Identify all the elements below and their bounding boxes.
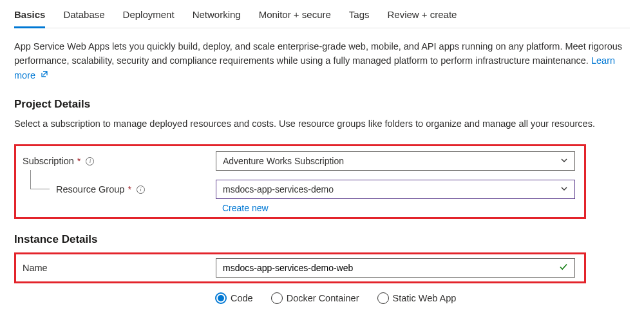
radio-unchecked-icon xyxy=(271,292,283,304)
subscription-label: Subscription * i xyxy=(23,156,216,166)
project-details-desc: Select a subscription to manage deployed… xyxy=(14,117,630,131)
tab-basics[interactable]: Basics xyxy=(14,9,45,28)
chevron-down-icon xyxy=(560,156,568,166)
radio-docker-container[interactable]: Docker Container xyxy=(271,292,359,304)
publish-radio-group: Code Docker Container Static Web App xyxy=(215,292,630,304)
intro-body: App Service Web Apps lets you quickly bu… xyxy=(14,41,622,66)
instance-details-title: Instance Details xyxy=(14,233,630,246)
tab-deployment[interactable]: Deployment xyxy=(123,9,175,28)
name-input-field[interactable] xyxy=(223,263,555,273)
create-new-link[interactable]: Create new xyxy=(222,203,269,213)
radio-unchecked-icon xyxy=(377,292,389,304)
radio-code[interactable]: Code xyxy=(215,292,253,304)
tab-database[interactable]: Database xyxy=(63,9,104,28)
name-label: Name xyxy=(23,263,216,273)
radio-checked-icon xyxy=(215,292,227,304)
required-indicator: * xyxy=(77,156,81,166)
required-indicator: * xyxy=(128,184,131,194)
project-details-highlight: Subscription * i Adventure Works Subscri… xyxy=(14,144,586,219)
checkmark-icon xyxy=(559,263,568,274)
tab-bar: Basics Database Deployment Networking Mo… xyxy=(14,0,630,28)
resource-group-label: Resource Group * i xyxy=(23,184,216,194)
subscription-dropdown[interactable]: Adventure Works Subscription xyxy=(216,151,575,171)
tab-monitor-secure[interactable]: Monitor + secure xyxy=(259,9,331,28)
radio-static-web-app[interactable]: Static Web App xyxy=(377,292,457,304)
info-icon[interactable]: i xyxy=(137,185,145,194)
subscription-value: Adventure Works Subscription xyxy=(223,156,344,166)
resource-group-value: msdocs-app-services-demo xyxy=(223,184,334,194)
tab-networking[interactable]: Networking xyxy=(193,9,241,28)
intro-text: App Service Web Apps lets you quickly bu… xyxy=(14,40,630,82)
tab-tags[interactable]: Tags xyxy=(349,9,370,28)
tab-review-create[interactable]: Review + create xyxy=(388,9,457,28)
chevron-down-icon xyxy=(560,184,568,194)
instance-name-highlight: Name xyxy=(14,252,586,283)
project-details-title: Project Details xyxy=(14,98,630,111)
info-icon[interactable]: i xyxy=(86,157,94,166)
name-input[interactable] xyxy=(216,258,575,278)
resource-group-dropdown[interactable]: msdocs-app-services-demo xyxy=(216,180,575,199)
tree-indent-line xyxy=(30,170,50,189)
external-link-icon xyxy=(41,68,48,82)
